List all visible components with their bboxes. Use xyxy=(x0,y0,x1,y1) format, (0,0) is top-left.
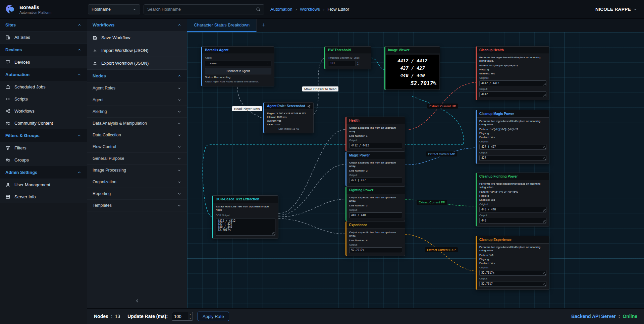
sidebar-item-server-info[interactable]: Server Info xyxy=(0,191,87,203)
output-textarea[interactable]: 427 xyxy=(479,155,546,161)
sidebar-section-admin-settings[interactable]: Admin Settings xyxy=(0,166,87,179)
sidebar-section-sites[interactable]: Sites xyxy=(0,19,87,31)
hostname-search[interactable] xyxy=(144,4,264,14)
sidebar-section-devices[interactable]: Devices xyxy=(0,44,87,56)
threshold-stepper[interactable]: 181 ▲▼ xyxy=(328,61,360,66)
sidebar-item-filters[interactable]: Filters xyxy=(0,142,87,154)
update-rate-input[interactable] xyxy=(172,312,188,321)
action-label: Export Workflow (JSON) xyxy=(101,61,149,66)
node-ocr-text-extraction[interactable]: OCR-Based Text Extraction Extract Multi-… xyxy=(212,195,278,239)
add-tab-button[interactable]: + xyxy=(257,19,271,32)
output-textarea[interactable]: 52.7017 xyxy=(479,281,546,287)
original-textarea[interactable]: 52.7017% xyxy=(479,270,546,276)
spinner-buttons[interactable]: ▲▼ xyxy=(356,61,360,66)
node-fighting-power[interactable]: Fighting Power Output a specific line fr… xyxy=(345,186,405,221)
output-field[interactable]: 427 { 427 xyxy=(349,178,402,183)
node-category-organization[interactable]: Organization xyxy=(87,176,187,188)
label-extract-current-fp[interactable]: Extract Current FP xyxy=(417,200,447,205)
label-make-easier-to-read[interactable]: Make it Easier to Read xyxy=(302,86,338,91)
breadcrumb-automation[interactable]: Automation xyxy=(270,7,292,12)
node-cleanup-fighting-power[interactable]: Cleanup Fighting Power Performs live reg… xyxy=(476,173,549,226)
agent-select[interactable]: -- Select -- xyxy=(205,61,271,66)
user-menu[interactable]: NICOLE RAPPE xyxy=(595,7,637,12)
breadcrumb-workflows[interactable]: Workflows xyxy=(300,7,320,12)
node-category-general-purpose[interactable]: General Purpose xyxy=(87,153,187,165)
label-read-player-stats[interactable]: Read Player Stats xyxy=(232,106,262,111)
sidebar-item-label: Scheduled Jobs xyxy=(14,84,46,89)
sidebar-item-workflows[interactable]: Workflows xyxy=(0,105,87,117)
output-field[interactable]: 52.7017% xyxy=(349,247,402,253)
chevron-down-icon xyxy=(266,62,269,65)
node-image-viewer[interactable]: Image Viewer 4412 / 4412 427 / 427 440 /… xyxy=(384,46,440,90)
sidebar-item-all-sites[interactable]: All Sites xyxy=(0,31,87,44)
flow-canvas[interactable]: Borealis Agent Agent: -- Select -- Conne… xyxy=(187,32,644,308)
agent-select-label: Agent: xyxy=(205,56,271,59)
sidebar-item-user-management[interactable]: User Management xyxy=(0,179,87,191)
node-category-reporting[interactable]: Reporting xyxy=(87,188,187,200)
label-extract-current-hp[interactable]: Extract Current HP xyxy=(427,104,458,109)
update-rate-stepper[interactable]: ▲▼ xyxy=(172,312,193,321)
node-category-flow-control[interactable]: Flow Control xyxy=(87,141,187,153)
chevron-down-icon xyxy=(177,86,181,90)
share-icon[interactable] xyxy=(307,105,311,108)
original-textarea[interactable]: 440 / 440 xyxy=(479,207,546,212)
label-extract-current-mp[interactable]: Extract Current MP xyxy=(426,151,457,156)
node-cleanup-health[interactable]: Cleanup Health Performs live regex-based… xyxy=(476,46,549,100)
node-category-agent[interactable]: Agent xyxy=(87,94,187,106)
sidebar-item-scripts[interactable]: Scripts xyxy=(0,93,87,105)
node-category-data-collection[interactable]: Data Collection xyxy=(87,129,187,141)
output-textarea[interactable]: 440 xyxy=(479,218,546,223)
user-management-icon xyxy=(5,182,10,187)
search-input[interactable] xyxy=(147,7,256,12)
node-bw-threshold[interactable]: BW Threshold Threshold Strength (0–255):… xyxy=(324,46,371,69)
screenshot-region: Region: X:200 Y:418 W:168 H:113 xyxy=(267,112,311,115)
chevron-left-icon xyxy=(135,298,140,304)
panel-section-workflows[interactable]: Workflows xyxy=(87,19,187,31)
output-textarea[interactable]: 4412 xyxy=(479,91,546,97)
separator: : xyxy=(619,314,620,319)
regex-pattern: Pattern: %$ xyxy=(479,254,546,257)
ocr-output-textarea[interactable]: 4412 / 4412 427 { 427 440 / 440 52.7017% xyxy=(216,218,275,236)
tab-character-status-breakdown[interactable]: Character Status Breakdown xyxy=(187,19,257,32)
export-workflow-button[interactable]: Export Workflow (JSON) xyxy=(87,57,187,70)
collapse-panel-button[interactable] xyxy=(87,295,187,308)
node-borealis-agent[interactable]: Borealis Agent Agent: -- Select -- Conne… xyxy=(201,46,274,86)
regex-pattern: Pattern: ^\s*(\d+)[^0-9]+(\d+)\s*$ xyxy=(479,128,546,131)
sidebar-section-automation[interactable]: Automation xyxy=(0,68,87,81)
sidebar-section-filters-groups[interactable]: Filters & Groups xyxy=(0,129,87,142)
label-extract-current-exp[interactable]: Extract Current EXP xyxy=(425,247,458,252)
panel-section-nodes[interactable]: Nodes xyxy=(87,70,187,82)
sidebar-item-devices[interactable]: Devices xyxy=(0,56,87,68)
node-cleanup-magic-power[interactable]: Cleanup Magic Power Performs live regex-… xyxy=(476,110,549,164)
groups-icon xyxy=(5,157,10,163)
node-category-alerting[interactable]: Alerting xyxy=(87,106,187,118)
image-preview: 4412 / 4412 427 / 427 440 / 440 52.7017% xyxy=(386,55,439,89)
node-health[interactable]: Health Output a specific line from an up… xyxy=(345,117,405,151)
borealis-logo xyxy=(4,3,16,15)
save-workflow-button[interactable]: Save Workflow xyxy=(87,31,187,44)
node-cleanup-experience[interactable]: Cleanup Experience Performs live regex-b… xyxy=(476,236,549,290)
output-label: Output: xyxy=(349,243,402,246)
spinner-buttons[interactable]: ▲▼ xyxy=(188,312,193,321)
threshold-value[interactable]: 181 xyxy=(328,61,356,66)
node-category-image-processing[interactable]: Image Processing xyxy=(87,165,187,176)
sidebar-item-label: Server Info xyxy=(14,194,36,199)
node-category-data-analysis[interactable]: Data Analysis & Manipulation xyxy=(87,118,187,129)
output-field[interactable]: 440 / 440 xyxy=(349,212,402,218)
output-field[interactable]: 4412 / 4412 xyxy=(349,143,402,148)
node-experience[interactable]: Experience Output a specific line from a… xyxy=(345,221,405,256)
original-textarea[interactable]: 4412 / 4412 xyxy=(479,80,546,86)
node-agent-role-screenshot[interactable]: Agent Role: Screenshot Region: X:200 Y:4… xyxy=(263,102,314,133)
node-description: Output a specific line from an upstream … xyxy=(349,161,402,168)
node-category-templates[interactable]: Templates xyxy=(87,200,187,211)
sidebar-item-scheduled-jobs[interactable]: Scheduled Jobs xyxy=(0,81,87,93)
original-textarea[interactable]: 427 { 427 xyxy=(479,144,546,150)
import-workflow-button[interactable]: Import Workflow (JSON) xyxy=(87,44,187,57)
apply-rate-button[interactable]: Apply Rate xyxy=(198,312,229,321)
connect-to-agent-button[interactable]: Connect to Agent xyxy=(205,68,271,74)
node-category-agent-roles[interactable]: Agent Roles xyxy=(87,82,187,94)
node-magic-power[interactable]: Magic Power Output a specific line from … xyxy=(345,151,405,186)
sidebar-item-groups[interactable]: Groups xyxy=(0,154,87,166)
hostname-dropdown[interactable]: Hostname xyxy=(88,4,140,14)
sidebar-item-community-content[interactable]: Community Content xyxy=(0,117,87,129)
